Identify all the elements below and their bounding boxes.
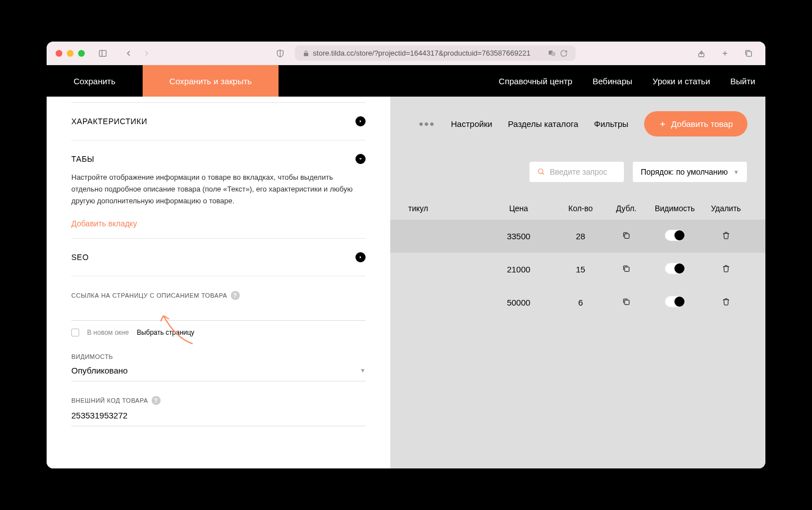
caret-down-icon: ▼ [360,367,366,374]
delete-icon[interactable] [722,297,731,306]
search-input[interactable]: Введите запрос [529,161,624,183]
caret-down-icon: ▼ [733,169,739,175]
order-select[interactable]: Порядок: по умолчанию ▼ [632,161,747,183]
col-delete: Удалить [704,204,747,213]
delete-icon[interactable] [722,231,731,240]
help-icon[interactable]: ? [231,291,240,300]
col-qty: Кол-во [554,204,608,213]
new-window-checkbox[interactable] [71,329,79,336]
new-window-label: В новом окне [87,329,129,336]
arrow-down-icon [355,154,366,164]
settings-link[interactable]: Настройки [451,119,492,129]
add-product-button[interactable]: Добавить товар [644,111,747,136]
catalog-sections-link[interactable]: Разделы каталога [508,119,578,129]
choose-page-link[interactable]: Выбрать страницу [136,329,194,336]
cell-price: 50000 [483,298,554,307]
svg-rect-16 [625,300,629,304]
search-placeholder: Введите запрос [550,167,607,176]
cell-qty: 15 [554,265,608,274]
col-visibility: Видимость [645,204,704,213]
characteristics-section[interactable]: ХАРАКТЕРИСТИКИ [71,103,366,140]
visibility-label: ВИДИМОСТЬ [71,336,366,360]
close-window[interactable] [56,50,62,57]
filters-link[interactable]: Фильтры [594,119,628,129]
duplicate-icon[interactable] [622,264,631,273]
arrow-right-icon [355,116,366,126]
visibility-value: Опубликовано [71,366,127,375]
products-table: тикул Цена Кол-во Дубл. Видимость Удалит… [390,197,765,319]
duplicate-icon[interactable] [622,297,631,306]
cell-price: 33500 [483,231,554,241]
svg-rect-0 [99,50,106,56]
tabs-label: ТАБЫ [71,154,94,163]
save-button[interactable]: Сохранить [47,65,143,97]
maximize-window[interactable] [78,50,85,57]
visibility-toggle[interactable] [665,230,685,241]
product-link-input[interactable] [71,300,366,321]
help-icon[interactable]: ? [152,396,161,405]
top-nav: Сохранить Сохранить и закрыть Справочный… [47,65,765,97]
share-icon[interactable] [694,45,709,61]
delete-icon[interactable] [722,264,731,273]
sidebar-icon[interactable] [95,45,111,61]
add-tab-link[interactable]: Добавить вкладку [71,217,137,238]
forward-button[interactable] [139,45,154,61]
webinars-link[interactable]: Вебинары [582,65,642,97]
external-code-value: 253531953272 [71,405,366,426]
cell-qty: 28 [554,231,608,241]
catalog-area: ••• Настройки Разделы каталога Фильтры Д… [390,97,765,468]
product-link-label: ССЫЛКА НА СТРАНИЦУ С ОПИСАНИЕМ ТОВАРА ? [71,276,366,300]
seo-section[interactable]: SEO [71,239,366,276]
new-tab-icon[interactable] [717,45,733,61]
minimize-window[interactable] [67,50,74,57]
table-header: тикул Цена Кол-во Дубл. Видимость Удалит… [390,197,765,220]
svg-rect-14 [625,234,629,238]
titlebar: store.tilda.cc/store/?projectid=1644317&… [47,42,765,65]
external-code-label: ВНЕШНИЙ КОД ТОВАРА ? [71,381,366,405]
visibility-select[interactable]: Опубликовано ▼ [71,360,366,381]
svg-rect-15 [625,267,629,271]
url-bar[interactable]: store.tilda.cc/store/?projectid=1644317&… [295,45,575,61]
seo-label: SEO [71,253,89,262]
svg-line-13 [542,173,544,175]
tabs-icon[interactable] [741,45,756,61]
svg-point-12 [539,169,543,174]
arrow-right-icon [355,252,366,262]
back-button[interactable] [121,45,136,61]
translate-icon[interactable] [548,49,556,57]
browser-window: store.tilda.cc/store/?projectid=1644317&… [47,42,765,468]
svg-rect-9 [747,51,752,56]
logout-link[interactable]: Выйти [720,65,765,97]
table-row[interactable]: 21000 15 [390,253,765,286]
col-price: Цена [483,204,554,213]
tabs-description: Настройте отображение информации о товар… [71,171,366,217]
reload-icon[interactable] [560,49,568,57]
duplicate-icon[interactable] [622,231,631,240]
help-center-link[interactable]: Справочный центр [489,65,582,97]
shield-icon[interactable] [272,45,288,61]
col-dup: Дубл. [608,204,645,213]
cell-qty: 6 [554,298,608,307]
window-controls [56,50,85,57]
cell-price: 21000 [483,265,554,274]
table-row[interactable]: 50000 6 [390,286,765,319]
characteristics-label: ХАРАКТЕРИСТИКИ [71,117,147,126]
more-icon[interactable]: ••• [419,117,435,131]
col-article: тикул [408,204,483,213]
url-text: store.tilda.cc/store/?projectid=1644317&… [313,49,530,57]
tabs-section[interactable]: ТАБЫ [71,140,366,171]
visibility-toggle[interactable] [665,263,685,274]
lessons-link[interactable]: Уроки и статьи [642,65,720,97]
edit-panel: ХАРАКТЕРИСТИКИ ТАБЫ Настройте отображени… [47,97,390,468]
svg-rect-4 [551,52,555,56]
table-row[interactable]: 33500 28 [390,220,765,253]
visibility-toggle[interactable] [665,296,685,307]
save-and-close-button[interactable]: Сохранить и закрыть [143,65,279,97]
